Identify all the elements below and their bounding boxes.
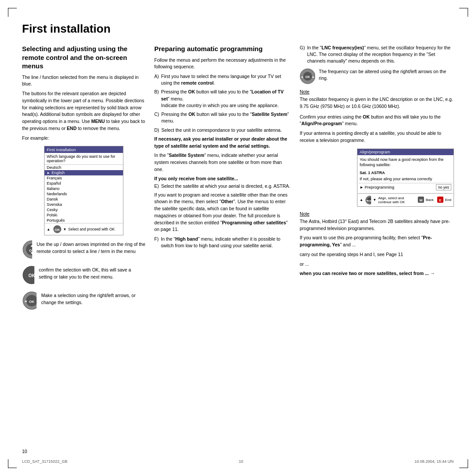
note2-text2: If you want to use this pre-programming … bbox=[300, 234, 454, 249]
note2-text1: The Astra, Hotbird (13° East) and Teleco… bbox=[300, 218, 454, 232]
menu-item-label: Cesky bbox=[47, 208, 58, 212]
remote-text-3: Make a selection using the right/left ar… bbox=[41, 291, 145, 306]
step-g: G) In the "LNC frequency(ies)" menu, set… bbox=[300, 45, 454, 65]
svg-text:OK: OK bbox=[55, 228, 60, 232]
step-d: D) Select the unit in correspondance to … bbox=[154, 127, 291, 134]
note2: Note The Astra, Hotbird (13° East) and T… bbox=[300, 211, 454, 277]
svg-text:►: ► bbox=[312, 75, 315, 78]
corner-br bbox=[459, 459, 468, 468]
col-left: Selecting and adjusting using the remote… bbox=[22, 45, 145, 316]
corner-tl bbox=[8, 8, 17, 17]
align-ok-icon: ◄ ► OK bbox=[365, 195, 371, 205]
align-back-label: Back bbox=[426, 198, 434, 202]
menu-item-dansk: Dansk bbox=[45, 197, 123, 202]
menu-item-label: Português bbox=[47, 218, 65, 223]
svg-text:◄: ◄ bbox=[24, 299, 27, 303]
align-footer-text: Align, select and continue with OK bbox=[378, 196, 413, 204]
menu-item-polski: Polski bbox=[45, 212, 123, 218]
svg-text:◄: ◄ bbox=[301, 75, 304, 78]
confirm-text: Confirm your entries using the OK button… bbox=[300, 114, 454, 128]
col-right: G) In the "LNC frequency(ies)" menu, set… bbox=[300, 45, 454, 316]
align-line2: If not, please aling your antenna correc… bbox=[357, 176, 454, 183]
middle-section-title: Preparing automatic programming bbox=[154, 45, 291, 53]
menu-item-portugues: Português bbox=[45, 218, 123, 223]
menu-item-label: Dansk bbox=[47, 197, 58, 201]
svg-text:E: E bbox=[439, 198, 442, 202]
onesat-heading: If you only receive from one satellite..… bbox=[154, 176, 291, 181]
step-d-label: D) bbox=[154, 127, 159, 134]
menu-item-nederlands: Nederlands bbox=[45, 191, 123, 197]
page: First installation Selecting and adjusti… bbox=[0, 0, 476, 476]
remote-text-2: confirm the selection with OK, this will… bbox=[39, 265, 145, 281]
step-b-text: Pressing the OK button will take you to … bbox=[161, 89, 291, 109]
menu-item-label: Polski bbox=[47, 213, 57, 217]
align-box: Align/preprogram You should now have a g… bbox=[357, 149, 454, 207]
ok-ring-note-text: The frequency can be altered using the r… bbox=[319, 68, 454, 82]
menu-item-cesky: Cesky bbox=[45, 207, 123, 212]
remote-text-1: Use the up / down arrows imprinted on th… bbox=[37, 240, 145, 255]
menu-item-italiano: Italiano bbox=[45, 186, 123, 191]
step-c: C) Pressing the OK button will take you … bbox=[154, 111, 291, 124]
menu-item-svenska: Svenska bbox=[45, 202, 123, 207]
menu-item-label: Deutsch bbox=[47, 165, 61, 170]
menu-item-label: Español bbox=[47, 181, 61, 186]
step-b-label: B) bbox=[154, 89, 159, 109]
menu-footer-text: Select and proceed with OK bbox=[68, 227, 115, 231]
remote-leftright-icon: ◄ ► OK bbox=[22, 291, 37, 310]
menu-item-label: English bbox=[52, 171, 65, 175]
corner-tr bbox=[459, 8, 468, 17]
align-arrow-down: ▼ bbox=[373, 198, 376, 202]
step-a-label: A) bbox=[154, 73, 159, 86]
ok-ring-lr-icon: ◄ ► OK bbox=[300, 68, 315, 84]
step-f: F) In the "High band" menu, indicate whe… bbox=[154, 236, 291, 249]
multisat-text: If you want to program and receive a sat… bbox=[154, 192, 291, 234]
align-m-icon: M bbox=[418, 197, 424, 204]
triangle-down-icon: ▼ bbox=[63, 227, 67, 231]
left-section-title: Selecting and adjusting using the remote… bbox=[22, 45, 145, 71]
footer-center: 10 bbox=[239, 459, 243, 464]
note1: Note The oscillator frequency is given i… bbox=[300, 89, 454, 110]
remote-row-2: OK confirm the selection with OK, this w… bbox=[22, 265, 145, 285]
svg-text:OK: OK bbox=[368, 200, 371, 202]
middle-intro: Follow the menus and perform the necessa… bbox=[154, 57, 291, 71]
note2-heading: Note bbox=[300, 211, 454, 216]
col-middle: Preparing automatic programming Follow t… bbox=[154, 45, 291, 316]
menu-item-english: ►English bbox=[45, 170, 123, 175]
note2-text3: carry out the operating steps H and I, s… bbox=[300, 251, 454, 258]
step-g-text: In the "LNC frequency(ies)" menu, set th… bbox=[307, 45, 454, 65]
page-number: 10 bbox=[22, 449, 27, 454]
left-intro2: The buttons for the relevant operation a… bbox=[22, 90, 145, 132]
menu-item-label: Nederlands bbox=[47, 192, 67, 196]
step-e: E) Select the satellite at which your ae… bbox=[154, 183, 291, 190]
page-title: First installation bbox=[22, 22, 454, 36]
align-end-label: End bbox=[445, 198, 451, 202]
remote-ok-icon: OK bbox=[22, 265, 34, 285]
remote-row-3: ◄ ► OK Make a selection using the right/… bbox=[22, 291, 145, 310]
align-sat: Sat. 1 ASTRA bbox=[357, 170, 454, 176]
menu-item-label: Svenska bbox=[47, 202, 62, 207]
align-body: You should now have a good reception fro… bbox=[357, 155, 454, 170]
preprogram-row: ► Preprogramming no yes bbox=[357, 183, 454, 191]
note2-text5: when you can receive two or more satelli… bbox=[300, 270, 454, 277]
align-footer: ▲ ◄ ► OK ▼ Align, select and continue wi… bbox=[357, 193, 454, 206]
menu-header: First installation bbox=[45, 146, 123, 153]
content-columns: Selecting and adjusting using the remote… bbox=[22, 45, 454, 316]
menu-footer: ▲ OK ▼ Select and proceed with OK bbox=[45, 223, 123, 235]
footer-right: 10.08.2004, 15:44 Uhr bbox=[414, 459, 454, 464]
left-intro1: The line / function selected from the me… bbox=[22, 74, 145, 88]
svg-text:OK: OK bbox=[29, 273, 34, 278]
preprogram-label: ► Preprogramming bbox=[360, 185, 394, 190]
step-c-label: C) bbox=[154, 111, 159, 124]
svg-text:OK: OK bbox=[29, 300, 34, 304]
ok-button-icon: OK bbox=[53, 225, 62, 234]
align-line1: You should now have a good reception fro… bbox=[360, 157, 451, 168]
svg-text:▲: ▲ bbox=[30, 244, 32, 248]
antenna-text: If your antenna is pointing directly at … bbox=[300, 130, 454, 144]
menu-question: Which language do you want to use for op… bbox=[45, 153, 123, 165]
footer-left: LCD_SAT_31715022_GB bbox=[22, 459, 67, 464]
menu-box: First installation Which language do you… bbox=[44, 146, 123, 235]
menu-item-francais: Français bbox=[45, 175, 123, 181]
step-f-label: F) bbox=[154, 236, 159, 249]
step-a-text: First you have to select the menu langua… bbox=[161, 73, 291, 86]
note1-text: The oscillator frequency is given in the… bbox=[300, 96, 454, 110]
